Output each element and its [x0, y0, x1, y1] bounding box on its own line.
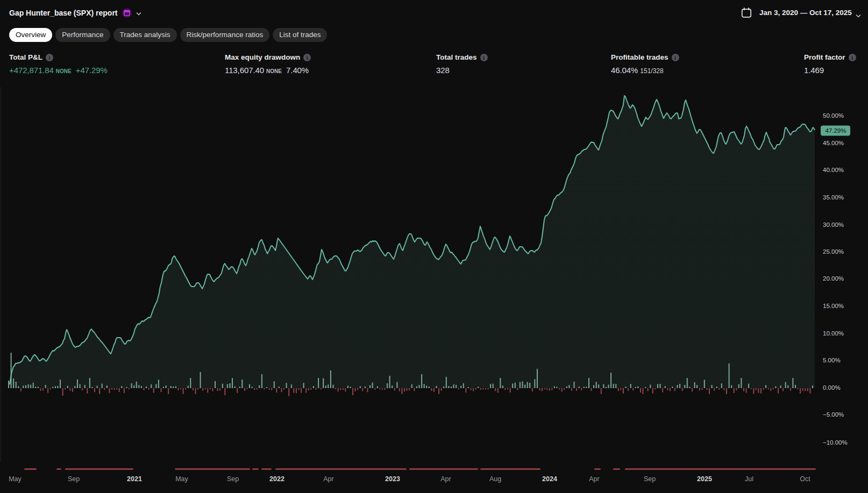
svg-text:Oct: Oct — [800, 475, 810, 483]
svg-text:Apr: Apr — [323, 475, 333, 483]
svg-text:5.00%: 5.00% — [823, 357, 841, 363]
svg-text:10.00%: 10.00% — [823, 330, 844, 337]
svg-text:25.00%: 25.00% — [823, 248, 844, 255]
svg-text:Sep: Sep — [227, 475, 239, 483]
svg-text:May: May — [175, 475, 188, 483]
svg-text:0.00%: 0.00% — [823, 384, 841, 391]
svg-text:20.00%: 20.00% — [823, 275, 844, 282]
svg-text:−10.00%: −10.00% — [823, 439, 848, 446]
svg-text:2021: 2021 — [127, 475, 142, 483]
svg-text:47.29%: 47.29% — [825, 127, 846, 134]
svg-text:Aug: Aug — [489, 475, 501, 483]
svg-text:45.00%: 45.00% — [823, 140, 844, 146]
svg-text:50.00%: 50.00% — [823, 112, 844, 119]
svg-text:Jul: Jul — [745, 475, 753, 483]
svg-text:40.00%: 40.00% — [823, 167, 844, 173]
svg-text:2024: 2024 — [542, 475, 557, 483]
svg-text:2023: 2023 — [385, 475, 400, 483]
svg-text:2022: 2022 — [269, 475, 284, 483]
svg-text:2025: 2025 — [697, 475, 712, 483]
svg-text:Sep: Sep — [644, 475, 656, 483]
svg-text:30.00%: 30.00% — [823, 222, 844, 228]
svg-text:Apr: Apr — [440, 475, 451, 483]
svg-text:15.00%: 15.00% — [823, 303, 844, 309]
svg-text:−5.00%: −5.00% — [823, 411, 844, 418]
svg-text:Sep: Sep — [68, 475, 80, 483]
svg-text:Apr: Apr — [589, 475, 599, 483]
svg-text:35.00%: 35.00% — [823, 194, 844, 201]
svg-text:May: May — [9, 475, 22, 483]
